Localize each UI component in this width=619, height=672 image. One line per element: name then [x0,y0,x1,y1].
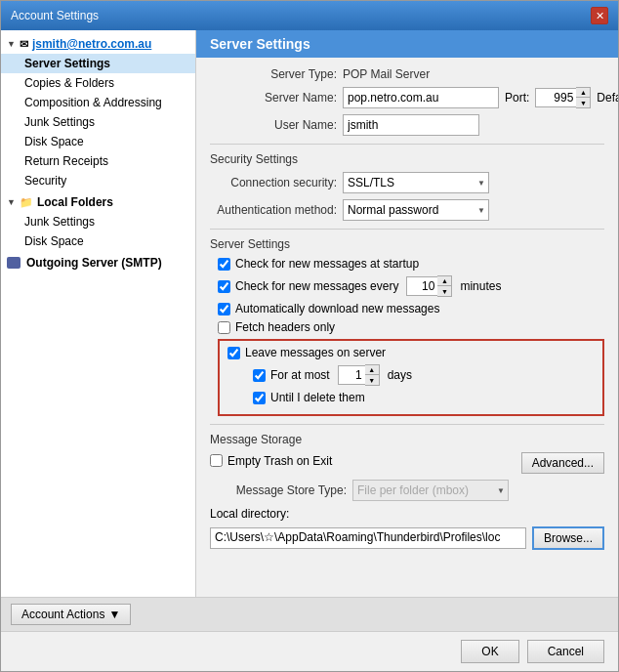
leave-messages-checkbox[interactable] [227,347,240,359]
check-every-row: Check for new messages every ▲ ▼ minutes [210,275,604,297]
empty-trash-checkbox[interactable] [210,454,223,467]
sidebar-label: Disk Space [24,234,84,248]
panel-title: Server Settings [210,36,310,52]
sidebar-outgoing-header[interactable]: Outgoing Server (SMTP) [1,253,195,273]
sidebar-local-folders-header[interactable]: ▼ 📁 Local Folders [1,192,195,212]
sidebar-item-security[interactable]: Security [1,171,195,190]
sidebar-label: Junk Settings [24,215,95,229]
sidebar-label: Security [24,174,66,188]
advanced-button[interactable]: Advanced... [521,452,604,474]
store-type-label: Message Store Type: [210,483,347,497]
sidebar-item-server-settings[interactable]: Server Settings [1,54,195,73]
panel-header: Server Settings [196,30,618,58]
username-row: User Name: [210,114,604,136]
check-every-label: Check for new messages every [235,279,398,293]
leave-messages-label: Leave messages on server [245,346,386,359]
account-settings-dialog: Account Settings ✕ ▼ ✉ jsmith@netro.com.… [0,0,619,672]
divider3 [210,424,604,425]
bottom-bar: OK Cancel [1,631,618,671]
fetch-headers-label: Fetch headers only [235,320,335,334]
server-name-input[interactable] [343,87,499,108]
sidebar-label: Copies & Folders [24,76,114,90]
cancel-button[interactable]: Cancel [527,640,604,663]
port-label: Port: [505,91,529,105]
title-bar: Account Settings ✕ [1,1,618,30]
connection-security-row: Connection security: SSL/TLS STARTTLS No… [210,172,604,193]
for-most-input[interactable] [338,365,365,385]
sidebar-item-return-receipts[interactable]: Return Receipts [1,151,195,171]
sidebar-label: Junk Settings [24,115,95,129]
fetch-headers-checkbox[interactable] [218,321,230,334]
for-most-spin-down[interactable]: ▼ [365,375,379,385]
auto-download-row: Automatically download new messages [210,302,604,315]
auto-download-checkbox[interactable] [218,303,230,315]
for-most-unit: days [388,368,412,382]
check-startup-checkbox[interactable] [218,258,230,271]
leave-messages-row: Leave messages on server [227,346,595,359]
panel-body: Server Type: POP Mail Server Server Name… [196,58,618,560]
local-dir-label: Local directory: [210,507,289,521]
local-dir-input[interactable]: C:\Users\☆\AppData\Roaming\Thunderbird\P… [210,527,526,549]
for-most-spin-buttons: ▲ ▼ [365,364,380,386]
server-name-row: Server Name: Port: ▲ ▼ Default: 995 [210,87,604,108]
until-delete-checkbox[interactable] [253,392,266,404]
auth-method-label: Authentication method: [210,203,337,217]
security-settings-title: Security Settings [210,152,604,166]
sidebar-label: Return Receipts [24,154,108,168]
sidebar-item-junk-settings[interactable]: Junk Settings [1,112,195,132]
local-dir-value: C:\Users\☆\AppData\Roaming\Thunderbird\P… [215,530,500,544]
dialog-title: Account Settings [11,9,99,22]
auth-method-select[interactable]: Normal password Encrypted password OAuth… [343,199,489,221]
account-actions-label: Account Actions [21,608,104,621]
server-type-label: Server Type: [210,67,337,81]
sidebar-item-copies-folders[interactable]: Copies & Folders [1,73,195,93]
check-every-spin-buttons: ▲ ▼ [437,275,452,297]
smtp-icon [7,257,21,269]
envelope-icon: ✉ [20,38,28,51]
port-spinner: ▲ ▼ [535,87,591,108]
store-type-row: Message Store Type: File per folder (mbo… [210,480,604,501]
close-button[interactable]: ✕ [591,7,608,24]
sidebar: ▼ ✉ jsmith@netro.com.au Server Settings … [1,30,196,597]
outgoing-label: Outgoing Server (SMTP) [26,256,162,270]
sidebar-item-lf-junk[interactable]: Junk Settings [1,212,195,231]
username-input[interactable] [343,114,479,136]
server-settings-title: Server Settings [210,237,604,251]
check-startup-row: Check for new messages at startup [210,257,604,271]
account-actions-button[interactable]: Account Actions ▼ [11,604,131,625]
empty-trash-row: Empty Trash on Exit Advanced... [210,452,604,474]
auto-download-label: Automatically download new messages [235,302,439,315]
port-spin-down[interactable]: ▼ [576,98,590,107]
check-startup-label: Check for new messages at startup [235,257,419,271]
account-label: jsmith@netro.com.au [32,37,151,51]
folder-icon: 📁 [20,196,33,209]
store-type-wrapper: File per folder (mbox) [352,480,509,501]
sidebar-item-disk-space[interactable]: Disk Space [1,132,195,151]
local-dir-label-row: Local directory: [210,507,604,521]
divider1 [210,144,604,145]
ok-button[interactable]: OK [461,640,518,663]
browse-button[interactable]: Browse... [532,526,604,550]
until-delete-label: Until I delete them [270,391,365,404]
right-panel: Server Settings Server Type: POP Mail Se… [196,30,618,597]
local-dir-row: C:\Users\☆\AppData\Roaming\Thunderbird\P… [210,526,604,550]
for-most-spin-up[interactable]: ▲ [365,365,379,375]
check-every-spin-down[interactable]: ▼ [437,286,451,296]
default-label: Default: [597,91,618,105]
until-delete-row: Until I delete them [227,391,595,404]
check-every-spin-up[interactable]: ▲ [437,276,451,286]
account-actions-arrow: ▼ [108,608,120,621]
port-spin-up[interactable]: ▲ [576,88,590,98]
check-every-input[interactable] [406,276,437,296]
connection-security-select[interactable]: SSL/TLS STARTTLS None [343,172,489,193]
leave-messages-box: Leave messages on server For at most ▲ ▼ [218,339,604,416]
port-input[interactable] [535,88,576,107]
sidebar-account-header[interactable]: ▼ ✉ jsmith@netro.com.au [1,34,195,54]
store-type-select[interactable]: File per folder (mbox) [352,480,509,501]
check-every-checkbox[interactable] [218,280,230,293]
message-storage-title: Message Storage [210,433,604,446]
connection-security-label: Connection security: [210,176,337,189]
sidebar-item-lf-disk[interactable]: Disk Space [1,231,195,251]
sidebar-item-composition[interactable]: Composition & Addressing [1,93,195,112]
for-most-checkbox[interactable] [253,369,266,382]
